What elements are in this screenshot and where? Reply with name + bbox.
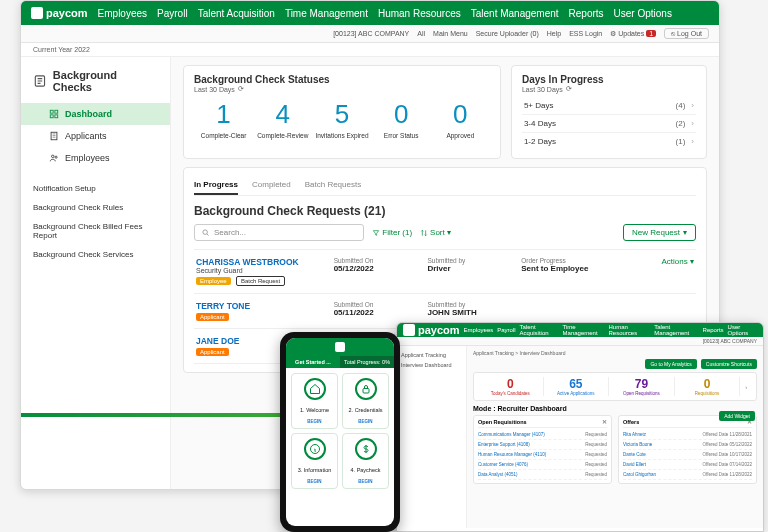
list-item[interactable]: Human Resource Manager (4110)Requested [478,450,607,460]
sidebar-link-notification-setup[interactable]: Notification Setup [21,179,170,198]
search-input[interactable]: Search... [194,224,364,241]
status-approved[interactable]: 0Approved [431,99,490,139]
new-request-button[interactable]: New Request ▾ [623,224,696,241]
days-row-3-4[interactable]: 3-4 Days(2)› [522,114,696,132]
tab-in-progress[interactable]: In Progress [194,176,238,195]
util-ess-login[interactable]: ESS Login [569,30,602,37]
sort-button[interactable]: Sort ▾ [420,228,451,237]
brand-logo[interactable]: paycom [31,7,88,19]
days-row-1-2[interactable]: 1-2 Days(1)› [522,132,696,150]
list-item[interactable]: Carol GhigorhanOffered Date 11/28/2022 [623,470,752,480]
tile-credentials[interactable]: 2. Credentials BEGIN [342,373,389,429]
nav-talent-acquisition[interactable]: Talent Acquisition [198,8,275,19]
go-analytics-button[interactable]: Go to My Analytics [645,359,696,369]
sidebar-item-dashboard[interactable]: Dashboard [21,103,170,125]
list-item[interactable]: Dante CoteOffered Date 10/17/2022 [623,450,752,460]
logout-button[interactable]: ⎋ Log Out [664,28,709,39]
util-mainmenu[interactable]: Main Menu [433,30,468,37]
nav-employees[interactable]: Employees [98,8,147,19]
nav-user-options[interactable]: User Options [614,8,672,19]
svg-rect-4 [55,115,58,118]
days-card: Days In Progress Last 30 Days ⟳ 5+ Days(… [511,65,707,159]
svg-point-8 [203,230,208,235]
status-card-subtitle: Last 30 Days ⟳ [194,85,490,93]
list-item[interactable]: Communications Manager (4107)Requested [478,430,607,440]
nav-reports[interactable]: Reports [569,8,604,19]
days-card-title: Days In Progress [522,74,696,85]
phone-header [286,338,394,356]
tile-information[interactable]: 3. Information BEGIN [291,433,338,489]
request-role: Security Guard [196,267,328,274]
updates-link[interactable]: ⚙ Updates 1 [610,30,656,38]
sort-icon [420,229,428,237]
dollar-icon [355,438,377,460]
lp-nav-tm[interactable]: Talent Management [654,324,698,336]
list-item[interactable]: Customer Service (4076)Requested [478,460,607,470]
metric-active-applications[interactable]: 65Active Applications [544,377,610,396]
status-complete-review[interactable]: 4Complete-Review [253,99,312,139]
nav-payroll[interactable]: Payroll [157,8,188,19]
lp-side-dashboard[interactable]: Interview Dashboard [401,360,462,370]
status-error[interactable]: 0Error Status [372,99,431,139]
badge-applicant: Applicant [196,348,229,356]
tab-batch-requests[interactable]: Batch Requests [305,176,361,195]
add-widget-button[interactable]: Add Widget [719,411,755,421]
refresh-icon[interactable]: ⟳ [566,85,572,93]
sidebar-link-bg-rules[interactable]: Background Check Rules [21,198,170,217]
tile-paycheck[interactable]: 4. Paycheck BEGIN [342,433,389,489]
metric-open-requisitions[interactable]: 79Open Requisitions [609,377,675,396]
chevron-right-icon: › [691,101,694,110]
util-uploader[interactable]: Secure Uploader (0) [476,30,539,37]
tile-welcome[interactable]: 1. Welcome BEGIN [291,373,338,429]
lp-nav-employees[interactable]: Employees [464,327,494,333]
list-item[interactable]: David EllertOffered Date 07/14/2022 [623,460,752,470]
customize-shortcuts-button[interactable]: Customize Shortcuts [701,359,757,369]
request-name-link[interactable]: CHARISSA WESTBROOK [196,257,328,267]
refresh-icon[interactable]: ⟳ [238,85,244,93]
company-selector[interactable]: [00123] ABC COMPANY [703,338,757,344]
status-invitations-expired[interactable]: 5Invitations Expired [312,99,371,139]
lp-nav-reports[interactable]: Reports [703,327,724,333]
request-name-link[interactable]: TERRY TONE [196,301,328,311]
lp-nav-hr[interactable]: Human Resources [608,324,650,336]
metric-todays-candidates[interactable]: 0Today's Candidates [478,377,544,396]
nav-time-management[interactable]: Time Management [285,8,368,19]
lp-nav-user[interactable]: User Options [728,324,757,336]
requests-title: Background Check Requests (21) [194,204,696,218]
updates-badge: 1 [646,30,656,37]
list-item[interactable]: Victoria BooneOffered Date 05/12/2022 [623,440,752,450]
search-icon [201,228,210,237]
tab-completed[interactable]: Completed [252,176,291,195]
metrics-next-icon[interactable]: › [740,384,752,390]
people-icon [49,153,59,163]
filter-button[interactable]: Filter (1) [372,228,412,237]
phone-tab-progress[interactable]: Total Progress: 0% [340,356,394,368]
metric-requisitions[interactable]: 0Requisitions [675,377,741,396]
requests-tabs: In Progress Completed Batch Requests [194,176,696,196]
row-actions-menu[interactable]: Actions ▾ [633,257,694,286]
lp-nav-time[interactable]: Time Management [563,324,605,336]
nav-human-resources[interactable]: Human Resources [378,8,461,19]
company-selector[interactable]: [00123] ABC COMPANY [333,30,409,37]
close-icon[interactable]: ✕ [602,419,607,425]
lp-nav-payroll[interactable]: Payroll [497,327,515,333]
logo-icon [403,324,415,336]
sidebar-link-bg-services[interactable]: Background Check Services [21,245,170,264]
list-item[interactable]: Enterprise Support (4108)Requested [478,440,607,450]
days-row-5plus[interactable]: 5+ Days(4)› [522,97,696,114]
status-complete-clear[interactable]: 1Complete-Clear [194,99,253,139]
sidebar-link-billed-fees[interactable]: Background Check Billed Fees Report [21,217,170,245]
sidebar-item-applicants[interactable]: Applicants [21,125,170,147]
sidebar-item-employees[interactable]: Employees [21,147,170,169]
lp-side-tracking[interactable]: Applicant Tracking [401,350,462,360]
list-item[interactable]: Data Analyst (4051)Requested [478,470,607,480]
util-help[interactable]: Help [547,30,561,37]
nav-talent-management[interactable]: Talent Management [471,8,559,19]
phone-tab-getstarted[interactable]: Get Started ... [286,356,340,368]
list-item[interactable]: Rita AhnetzOffered Date 11/28/2021 [623,430,752,440]
brand-logo[interactable]: paycom [403,324,460,336]
lp-nav-ta[interactable]: Talent Acquisition [520,324,559,336]
laptop-sidebar: Applicant Tracking Interview Dashboard [397,346,467,528]
util-all[interactable]: All [417,30,425,37]
svg-rect-5 [51,132,57,140]
